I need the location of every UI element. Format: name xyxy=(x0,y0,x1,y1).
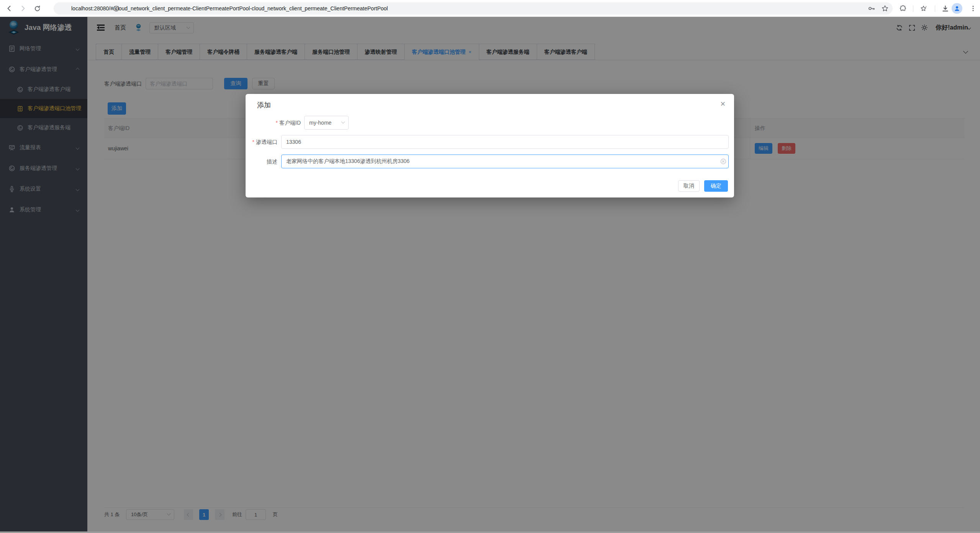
back-icon[interactable] xyxy=(4,0,15,17)
reload-icon[interactable] xyxy=(32,0,43,17)
required-mark: * xyxy=(276,120,278,126)
clear-input-icon[interactable] xyxy=(720,158,726,166)
description-input[interactable] xyxy=(281,155,729,168)
cancel-button[interactable]: 取消 xyxy=(678,180,700,192)
form-row-port: *渗透端口 xyxy=(246,135,734,149)
browser-toolbar: localhost:28080/#/cloud_network_client_p… xyxy=(0,0,980,17)
download-icon[interactable] xyxy=(940,0,951,17)
port-input[interactable] xyxy=(281,135,729,149)
field-label: *客户端ID xyxy=(246,116,301,130)
toolbar-divider xyxy=(913,5,913,12)
required-mark: * xyxy=(252,139,254,145)
window-bottom-edge xyxy=(0,531,980,533)
sparkle-star-icon[interactable] xyxy=(918,0,929,17)
add-dialog: 添加 ✕ *客户端ID my-home *渗透端口 描述 取消 确定 xyxy=(246,94,734,197)
confirm-button[interactable]: 确定 xyxy=(704,180,728,192)
profile-avatar[interactable] xyxy=(951,0,963,17)
browser-menu-icon[interactable] xyxy=(969,0,978,17)
field-label: 描述 xyxy=(246,155,277,168)
dialog-title: 添加 xyxy=(257,100,271,110)
bookmark-star-icon[interactable] xyxy=(881,2,889,15)
form-row-client-id: *客户端ID my-home xyxy=(246,116,734,130)
client-id-select[interactable]: my-home xyxy=(304,116,349,130)
forward-icon[interactable] xyxy=(18,0,28,17)
client-id-value: my-home xyxy=(309,120,331,126)
dialog-footer: 取消 确定 xyxy=(678,180,728,192)
form-row-description: 描述 xyxy=(246,155,734,168)
field-label: *渗透端口 xyxy=(246,135,277,149)
password-key-icon[interactable] xyxy=(867,2,876,15)
extensions-icon[interactable] xyxy=(898,0,908,17)
chevron-down-icon xyxy=(341,120,345,124)
address-bar[interactable]: localhost:28080/#/cloud_network_client_p… xyxy=(54,2,893,15)
toolbar-divider xyxy=(935,5,935,12)
site-info-icon[interactable] xyxy=(112,2,120,15)
close-icon[interactable]: ✕ xyxy=(720,100,726,108)
